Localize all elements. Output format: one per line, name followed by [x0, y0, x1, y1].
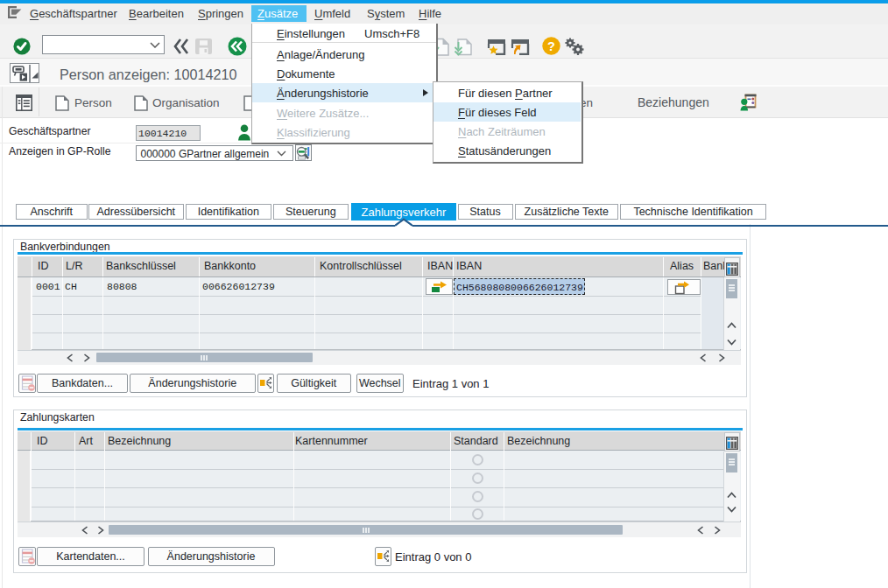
svg-text:?: ? — [547, 39, 555, 53]
